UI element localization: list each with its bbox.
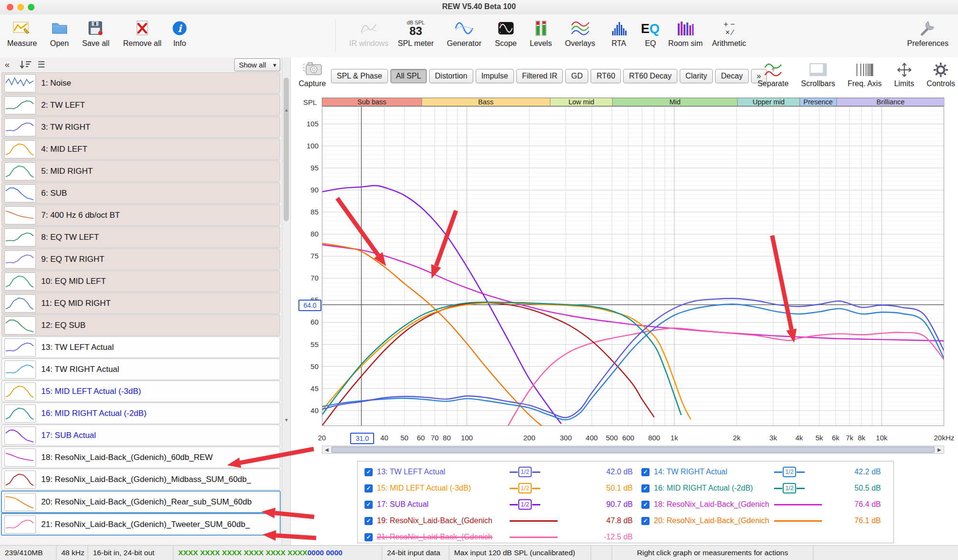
- toolbar-rta-button[interactable]: RTA: [610, 18, 628, 48]
- freq-axis-button[interactable]: Freq. Axis: [848, 60, 882, 88]
- x-tick-label: 2k: [722, 434, 751, 442]
- scrollbar-thumb[interactable]: [284, 78, 289, 221]
- measurement-row[interactable]: 4: MID LEFT: [1, 138, 280, 160]
- trace-checkbox[interactable]: ✓: [641, 517, 650, 525]
- trace-thumbnail: [4, 338, 36, 357]
- trace-checkbox[interactable]: ✓: [365, 533, 373, 541]
- toolbar-label: Info: [171, 39, 188, 48]
- measurement-row[interactable]: 6: SUB: [1, 182, 280, 204]
- measurement-row[interactable]: 21: ResoNix_Laid-Back_(Gdenich)_Tweeter_…: [1, 513, 281, 536]
- trace-checkbox[interactable]: ✓: [641, 468, 650, 476]
- legend-trace-label[interactable]: 14: TW RIGHT Actual: [654, 468, 770, 476]
- legend-trace-label[interactable]: 13: TW LEFT Actual: [377, 468, 505, 476]
- legend-trace-label[interactable]: 20: ResoNix_Laid-Back_(Gdenich: [654, 516, 770, 525]
- trace-checkbox[interactable]: ✓: [365, 501, 373, 509]
- trace-thumbnail: [4, 404, 36, 423]
- sort-icon[interactable]: [19, 60, 32, 73]
- generator-icon: [447, 18, 481, 39]
- measurement-row[interactable]: 2: TW LEFT: [1, 94, 280, 116]
- separate-button[interactable]: Separate: [757, 60, 788, 88]
- collapse-all-icon[interactable]: «: [5, 59, 10, 70]
- measurement-label: 4: MID LEFT: [41, 145, 87, 154]
- toolbar-spl-meter-button[interactable]: dB SPL83SPL meter: [398, 18, 434, 48]
- smoothing-badge[interactable]: 1/2: [510, 467, 570, 477]
- limits-button[interactable]: Limits: [894, 60, 914, 88]
- legend-trace-label[interactable]: 21: ResoNix_Laid-Back_(Gdenich: [377, 533, 505, 541]
- tab-filtered-ir[interactable]: Filtered IR: [516, 69, 563, 83]
- legend-trace-label[interactable]: 17: SUB Actual: [377, 500, 505, 509]
- trace-checkbox[interactable]: ✓: [365, 484, 373, 493]
- tab-all-spl[interactable]: All SPL: [390, 69, 427, 83]
- toolbar-generator-button[interactable]: Generator: [447, 18, 481, 48]
- trace-thumbnail: [4, 74, 36, 92]
- measurement-row[interactable]: 7: 400 Hz 6 db/oct BT: [1, 204, 280, 226]
- toolbar-room-sim-button[interactable]: Room sim: [668, 18, 703, 48]
- measurement-row[interactable]: 19: ResoNix_Laid-Back_(Gdenich)_Midbass_…: [1, 469, 280, 490]
- toolbar-overlays-button[interactable]: Overlays: [565, 18, 595, 48]
- smoothing-badge[interactable]: 1/2: [774, 467, 834, 477]
- tab-impulse[interactable]: Impulse: [476, 69, 514, 83]
- measurement-row[interactable]: 13: TW LEFT Actual: [1, 336, 280, 358]
- tab-rt60[interactable]: RT60: [591, 69, 621, 83]
- toolbar-measure-button[interactable]: Measure: [7, 18, 37, 48]
- measurement-row[interactable]: 20: ResoNix_Laid-Back_(Gdenich)_Rear_sub…: [1, 491, 281, 513]
- band-bass: Bass: [422, 98, 550, 106]
- capture-button[interactable]: Capture: [296, 61, 329, 88]
- trace-checkbox[interactable]: ✓: [365, 468, 373, 476]
- show-all-filter-button[interactable]: Show all: [234, 58, 271, 71]
- measurement-row[interactable]: 3: TW RIGHT: [1, 116, 280, 138]
- toolbar-arithmetic-button[interactable]: + −× ∕Arithmetic: [712, 18, 746, 48]
- toolbar-levels-button[interactable]: Levels: [530, 18, 552, 48]
- scrollbars-button[interactable]: Scrollbars: [801, 60, 835, 88]
- horizontal-scrollbar[interactable]: ◀ ▶: [322, 446, 944, 454]
- scroll-right-icon[interactable]: ▶: [935, 446, 944, 453]
- measurement-row[interactable]: 10: EQ MID LEFT: [1, 270, 280, 292]
- vertical-scrollbar[interactable]: ▲ ▼: [282, 57, 291, 545]
- scroll-left-icon[interactable]: ◀: [322, 446, 331, 453]
- toolbar-scope-button[interactable]: Scope: [495, 18, 516, 48]
- trace-checkbox[interactable]: ✓: [365, 517, 373, 525]
- trace-checkbox[interactable]: ✓: [641, 501, 650, 509]
- toolbar-preferences-button[interactable]: Preferences: [907, 18, 948, 48]
- scrollbar-thumb[interactable]: [331, 447, 935, 453]
- show-all-dropdown-icon[interactable]: ▼: [270, 58, 280, 71]
- measurement-row[interactable]: 17: SUB Actual: [1, 425, 280, 446]
- legend-trace-label[interactable]: 16: MID RIGHT Actual (-2dB): [654, 484, 770, 493]
- measurement-row[interactable]: 8: EQ TW LEFT: [1, 226, 280, 248]
- toolbar-open-button[interactable]: Open: [50, 18, 68, 48]
- toolbar-ir-windows-button[interactable]: IR windows: [349, 18, 388, 48]
- tab-decay[interactable]: Decay: [715, 69, 748, 83]
- spl-chart[interactable]: [322, 106, 944, 426]
- scroll-up-icon[interactable]: ▲: [283, 107, 290, 112]
- toolbar-save-all-button[interactable]: Save all: [82, 18, 110, 48]
- measurement-row[interactable]: 1: Noise: [1, 72, 280, 94]
- measurement-row[interactable]: 16: MID RIGHT Actual (-2dB): [1, 403, 280, 424]
- legend-trace-label[interactable]: 19: ResoNix_Laid-Back_(Gdenich: [377, 516, 505, 525]
- toolbar-remove-all-button[interactable]: Remove all: [123, 18, 161, 48]
- menu-icon[interactable]: ☰: [37, 59, 45, 70]
- smoothing-badge[interactable]: 1/2: [510, 483, 570, 493]
- toolbar-eq-button[interactable]: EQEQ: [640, 18, 661, 48]
- trace-checkbox[interactable]: ✓: [641, 484, 650, 493]
- measurement-row[interactable]: 18: ResoNix_Laid-Back_(Gdenich)_60db_REW: [1, 447, 280, 468]
- legend-trace-label[interactable]: 18: ResoNix_Laid-Back_(Gdenich: [654, 500, 770, 509]
- tab-distortion[interactable]: Distortion: [429, 69, 473, 83]
- controls-button[interactable]: Controls: [926, 60, 955, 88]
- toolbar-info-button[interactable]: iInfo: [171, 18, 188, 48]
- tab-clarity[interactable]: Clarity: [680, 69, 713, 83]
- trace-legend: ✓13: TW LEFT Actual1/242.0 dB✓15: MID LE…: [357, 461, 894, 543]
- measurement-row[interactable]: 15: MID LEFT Actual (-3dB): [1, 381, 280, 402]
- measurement-row[interactable]: 9: EQ TW RIGHT: [1, 248, 280, 270]
- legend-trace-label[interactable]: 15: MID LEFT Actual (-3dB): [377, 484, 505, 493]
- tab-gd[interactable]: GD: [565, 69, 588, 83]
- measurement-row[interactable]: 11: EQ MID RIGHT: [1, 292, 280, 314]
- measurement-row[interactable]: 5: MID RIGHT: [1, 160, 280, 182]
- smoothing-badge[interactable]: 1/2: [774, 483, 834, 493]
- toolbar-label: IR windows: [349, 39, 388, 48]
- scroll-down-icon[interactable]: ▼: [283, 417, 290, 423]
- tab-rt60-decay[interactable]: RT60 Decay: [623, 69, 677, 83]
- smoothing-badge[interactable]: 1/2: [510, 499, 570, 510]
- measurement-row[interactable]: 12: EQ SUB: [1, 314, 280, 336]
- measurement-row[interactable]: 14: TW RIGHT Actual: [1, 358, 280, 380]
- tab-spl-phase[interactable]: SPL & Phase: [331, 69, 388, 83]
